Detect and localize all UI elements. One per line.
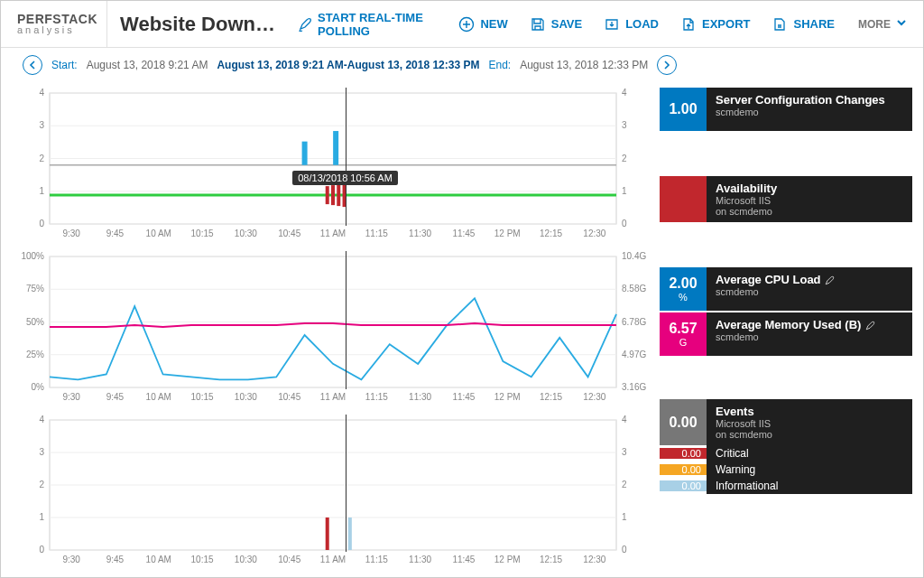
svg-rect-33 [333, 131, 338, 165]
svg-text:4: 4 [39, 88, 44, 98]
metric-card[interactable]: 1.00Server Configuration Changesscmdemo [660, 88, 912, 131]
svg-text:10:45: 10:45 [278, 228, 300, 238]
svg-text:50%: 50% [26, 317, 44, 327]
svg-text:10.4G: 10.4G [622, 251, 646, 261]
svg-text:2: 2 [622, 480, 627, 489]
export-button[interactable]: EXPORT [673, 11, 757, 38]
metric-chip: 2.00% [660, 267, 707, 311]
page-title: Website Down Due t... [115, 13, 283, 36]
svg-text:10:45: 10:45 [278, 392, 300, 402]
svg-text:11:45: 11:45 [452, 228, 475, 238]
metric-card[interactable]: 2.00%Average CPU Load scmdemo [660, 267, 912, 311]
chart-panel-2[interactable]: 0%3.16G25%4.97G50%6.78G75%8.58G100%10.4G… [12, 251, 654, 404]
share-icon [772, 16, 788, 33]
svg-text:3: 3 [39, 447, 44, 457]
svg-text:11 AM: 11 AM [320, 555, 346, 564]
svg-text:10 AM: 10 AM [146, 555, 171, 564]
new-button[interactable]: NEW [451, 11, 514, 38]
event-row: 0.00Warning [660, 461, 912, 478]
svg-text:11:15: 11:15 [365, 228, 388, 238]
share-button[interactable]: SHARE [764, 11, 842, 38]
svg-text:0: 0 [39, 545, 44, 555]
plus-circle-icon [458, 16, 475, 33]
metric-card[interactable]: 6.57GAverage Memory Used (B) scmdemo [660, 312, 912, 356]
metric-card[interactable]: 0.00EventsMicrosoft IISon scmdemo [660, 399, 912, 445]
end-label: End: [488, 59, 511, 71]
polling-label: START REAL-TIME POLLING [318, 11, 437, 38]
svg-text:12 PM: 12 PM [494, 555, 521, 564]
svg-text:3: 3 [39, 120, 44, 130]
svg-text:12:30: 12:30 [583, 392, 605, 402]
time-prev-button[interactable] [23, 55, 42, 75]
svg-text:12:15: 12:15 [540, 555, 562, 564]
start-label: Start: [51, 59, 78, 71]
more-button[interactable]: MORE [849, 12, 916, 36]
metric-chip: 6.57G [660, 312, 707, 356]
svg-text:75%: 75% [26, 284, 44, 294]
svg-text:2: 2 [39, 154, 44, 163]
svg-text:1: 1 [39, 186, 44, 196]
event-rows: 0.00Critical0.00Warning0.00Informational [660, 445, 912, 494]
svg-text:9:45: 9:45 [106, 555, 125, 564]
metric-sub: scmdemo [716, 331, 903, 342]
svg-text:0: 0 [39, 219, 44, 228]
time-next-button[interactable] [657, 55, 677, 75]
svg-text:3: 3 [622, 120, 627, 130]
svg-text:11:30: 11:30 [409, 392, 431, 402]
metrics-sidebar: 1.00Server Configuration ChangesscmdemoA… [660, 88, 912, 566]
svg-text:10:45: 10:45 [278, 555, 300, 564]
svg-text:12:30: 12:30 [583, 555, 605, 564]
svg-text:1: 1 [622, 186, 627, 196]
event-row: 0.00Critical [660, 445, 912, 461]
svg-text:11 AM: 11 AM [320, 392, 346, 402]
save-button[interactable]: SAVE [522, 11, 589, 38]
export-icon [680, 16, 697, 33]
chart-panel-1[interactable]: 00112233449:309:4510 AM10:1510:3010:4511… [12, 88, 654, 240]
svg-text:0: 0 [622, 219, 627, 228]
svg-text:4: 4 [622, 88, 627, 98]
end-value[interactable]: August 13, 2018 12:33 PM [520, 59, 648, 71]
svg-text:25%: 25% [26, 350, 44, 359]
event-row: 0.00Informational [660, 478, 912, 494]
metric-chip: 1.00 [660, 88, 707, 131]
svg-text:11:45: 11:45 [452, 392, 475, 402]
svg-text:9:45: 9:45 [106, 228, 125, 238]
svg-text:10 AM: 10 AM [146, 392, 171, 402]
svg-text:12:30: 12:30 [583, 228, 605, 238]
metric-chip: 0.00 [660, 399, 707, 445]
svg-text:10:15: 10:15 [191, 555, 214, 564]
time-range-bar: Start: August 13, 2018 9:21 AM August 13… [1, 48, 923, 82]
svg-text:12 PM: 12 PM [494, 228, 521, 238]
save-icon [530, 16, 546, 33]
svg-text:10:30: 10:30 [235, 555, 257, 564]
svg-text:9:30: 9:30 [62, 392, 80, 402]
brand-title: PERFSTACK [17, 13, 97, 25]
svg-text:11:30: 11:30 [409, 555, 431, 564]
load-button[interactable]: LOAD [596, 11, 666, 38]
svg-text:4.97G: 4.97G [622, 350, 646, 359]
svg-text:10:15: 10:15 [191, 228, 214, 238]
toolbar: PERFSTACK analysis Website Down Due t...… [1, 1, 923, 48]
svg-text:0: 0 [622, 545, 627, 555]
start-polling-button[interactable]: START REAL-TIME POLLING [291, 5, 444, 43]
svg-rect-36 [337, 184, 340, 206]
svg-rect-32 [302, 142, 308, 165]
metric-sub: Microsoft IIS [716, 195, 903, 206]
load-icon [604, 16, 620, 33]
svg-rect-34 [326, 186, 329, 204]
metric-card[interactable]: AvailabilityMicrosoft IISon scmdemo [660, 176, 912, 222]
svg-text:11:15: 11:15 [365, 392, 388, 402]
svg-text:6.78G: 6.78G [622, 317, 646, 327]
svg-rect-96 [326, 517, 329, 550]
svg-text:10 AM: 10 AM [146, 228, 171, 238]
svg-text:10:30: 10:30 [235, 392, 257, 402]
svg-text:100%: 100% [21, 251, 44, 261]
metric-title: Server Configuration Changes [716, 93, 903, 107]
svg-text:10:30: 10:30 [235, 228, 257, 238]
svg-text:9:30: 9:30 [62, 228, 80, 238]
chart-panel-3[interactable]: 00112233449:309:4510 AM10:1510:3010:4511… [12, 415, 654, 566]
start-value[interactable]: August 13, 2018 9:21 AM [87, 59, 208, 71]
metric-title: Average Memory Used (B) [716, 318, 903, 331]
range-value: August 13, 2018 9:21 AM-August 13, 2018 … [217, 59, 479, 71]
svg-text:11:45: 11:45 [452, 555, 475, 564]
